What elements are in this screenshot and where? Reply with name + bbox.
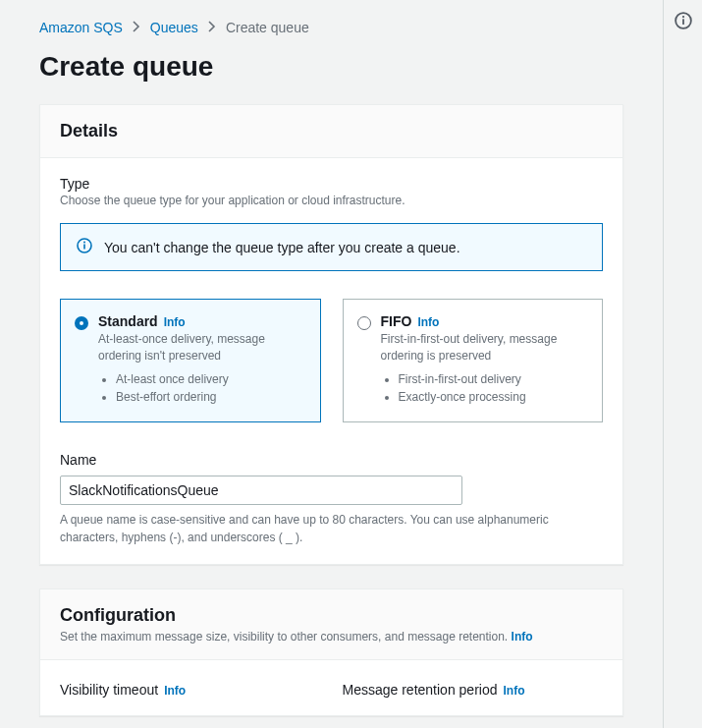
- name-label: Name: [60, 452, 603, 468]
- queue-type-tiles: Standard Info At-least-once delivery, me…: [60, 299, 603, 422]
- breadcrumb-link-queues[interactable]: Queues: [150, 20, 198, 35]
- alert-text: You can't change the queue type after yo…: [104, 240, 460, 255]
- radio-fifo[interactable]: [357, 316, 371, 330]
- name-helper: A queue name is case-sensitive and can h…: [60, 511, 603, 546]
- info-link-retention[interactable]: Info: [504, 684, 525, 698]
- radio-standard[interactable]: [75, 316, 88, 330]
- svg-point-4: [681, 16, 683, 18]
- queue-name-input[interactable]: [60, 476, 462, 505]
- svg-point-1: [83, 242, 85, 244]
- tile-fifo-title: FIFO: [381, 313, 412, 329]
- tile-fifo[interactable]: FIFO Info First-in-first-out delivery, m…: [343, 299, 604, 422]
- type-label: Type: [60, 176, 603, 192]
- type-immutable-alert: You can't change the queue type after yo…: [60, 223, 603, 271]
- breadcrumb-link-sqs[interactable]: Amazon SQS: [39, 20, 123, 35]
- info-sidebar: [663, 0, 702, 728]
- message-retention-label: Message retention period: [343, 682, 498, 698]
- tile-standard[interactable]: Standard Info At-least-once delivery, me…: [60, 299, 321, 422]
- info-link-configuration[interactable]: Info: [512, 630, 533, 644]
- breadcrumb: Amazon SQS Queues Create queue: [0, 20, 663, 45]
- info-icon[interactable]: [675, 12, 692, 728]
- details-panel: Details Type Choose the queue type for y…: [39, 104, 623, 565]
- info-link-fifo[interactable]: Info: [417, 315, 439, 329]
- details-heading: Details: [60, 121, 603, 141]
- tile-standard-bullet: At-least once delivery: [116, 372, 306, 386]
- configuration-panel: Configuration Set the maximum message si…: [39, 588, 623, 716]
- configuration-heading: Configuration: [60, 605, 603, 626]
- breadcrumb-current: Create queue: [226, 20, 309, 35]
- tile-fifo-sub: First-in-first-out delivery, message ord…: [381, 331, 589, 364]
- page-title: Create queue: [0, 45, 663, 104]
- chevron-right-icon: [133, 20, 140, 35]
- visibility-timeout-label: Visibility timeout: [60, 682, 158, 698]
- info-link-standard[interactable]: Info: [164, 315, 186, 329]
- tile-standard-sub: At-least-once delivery, message ordering…: [98, 331, 306, 364]
- chevron-right-icon: [208, 20, 216, 35]
- tile-standard-bullet: Best-effort ordering: [116, 390, 306, 404]
- info-icon: [77, 238, 92, 256]
- tile-fifo-bullet: First-in-first-out delivery: [399, 372, 589, 386]
- tile-fifo-bullet: Exactly-once processing: [399, 390, 589, 404]
- tile-standard-title: Standard: [98, 313, 158, 329]
- details-header: Details: [40, 105, 622, 158]
- configuration-header: Configuration Set the maximum message si…: [40, 589, 622, 660]
- type-description: Choose the queue type for your applicati…: [60, 194, 603, 207]
- svg-rect-2: [83, 245, 85, 250]
- svg-rect-5: [682, 19, 684, 25]
- configuration-sub: Set the maximum message size, visibility…: [60, 630, 508, 644]
- info-link-visibility[interactable]: Info: [164, 684, 186, 698]
